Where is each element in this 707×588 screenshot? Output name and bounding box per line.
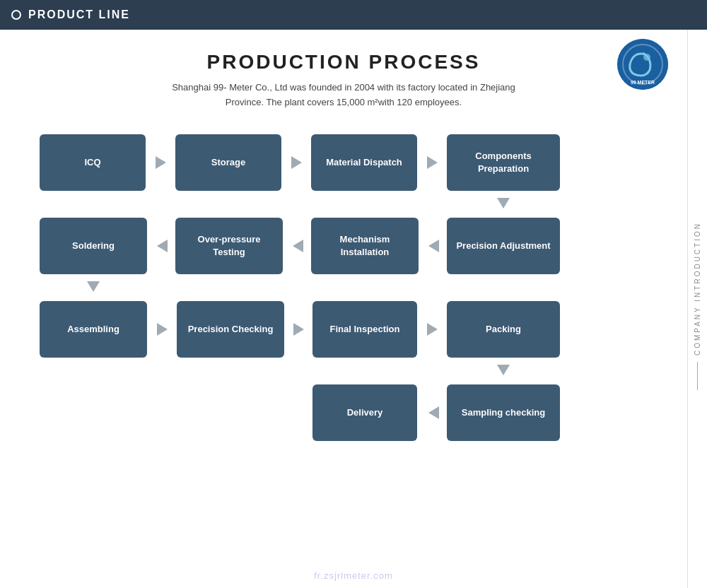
arrow-packing-sampling bbox=[447, 359, 560, 382]
arrow-overpressure-soldering bbox=[148, 218, 175, 274]
page-subtitle: Shanghai 99- Meter Co., Ltd was founded … bbox=[28, 81, 659, 110]
subtitle-line2: Province. The plant covers 15,000 m²with… bbox=[226, 97, 462, 107]
right-sidebar: COMPANY INTRODUCTION bbox=[687, 30, 707, 588]
box-mechanism-installation: Mechanism Installation bbox=[311, 218, 419, 274]
flow-diagram: ICQ Storage Material Dispatch Components… bbox=[33, 127, 655, 523]
arrow-soldering-assembling bbox=[40, 276, 147, 298]
arrow-icq-storage bbox=[147, 134, 174, 191]
box-precision-adjustment: Precision Adjustment bbox=[447, 218, 560, 274]
box-overpressure-testing: Over-pressure Testing bbox=[175, 218, 283, 274]
arrow-mechanism-overpressure bbox=[284, 218, 311, 274]
watermark: fr.zsjrlmeter.com bbox=[314, 570, 393, 581]
arrow-dispatch-components bbox=[419, 134, 445, 191]
header-title: PRODUCT LINE bbox=[28, 8, 130, 21]
arrow-components-to-precision bbox=[447, 192, 560, 215]
arrow-storage-dispatch bbox=[283, 134, 310, 191]
arrow-precisionchecking-finalinspection bbox=[286, 301, 311, 358]
box-assembling: Assembling bbox=[40, 301, 147, 358]
company-logo: 99 METER bbox=[617, 39, 668, 90]
arrow-sampling-delivery bbox=[420, 384, 447, 441]
svg-text:99 METER: 99 METER bbox=[631, 80, 655, 85]
box-soldering: Soldering bbox=[40, 218, 147, 274]
arrow-precision-mechanism bbox=[420, 218, 447, 274]
page-title: PRODUCTION PROCESS bbox=[28, 51, 659, 74]
logo-svg: 99 METER bbox=[617, 39, 668, 90]
box-components-preparation: Components Preparation bbox=[447, 134, 560, 191]
box-packing: Packing bbox=[447, 301, 560, 358]
arrow-assembling-precisionchecking bbox=[148, 301, 175, 358]
subtitle-line1: Shanghai 99- Meter Co., Ltd was founded … bbox=[172, 82, 515, 93]
box-precision-checking: Precision Checking bbox=[177, 301, 284, 358]
box-delivery: Delivery bbox=[312, 384, 417, 441]
box-icq: ICQ bbox=[40, 134, 146, 191]
header-circle-icon bbox=[11, 10, 21, 20]
arrow-finalinspection-packing bbox=[419, 301, 445, 358]
sidebar-label: COMPANY INTRODUCTION bbox=[694, 222, 701, 355]
box-material-dispatch: Material Dispatch bbox=[311, 134, 417, 191]
box-storage: Storage bbox=[175, 134, 281, 191]
box-sampling-checking: Sampling checking bbox=[447, 384, 560, 441]
box-final-inspection: Final Inspection bbox=[312, 301, 417, 358]
main-content: PRODUCTION PROCESS Shanghai 99- Meter Co… bbox=[0, 30, 687, 588]
header-bar: PRODUCT LINE bbox=[0, 0, 707, 30]
svg-point-2 bbox=[643, 54, 650, 61]
sidebar-line-decoration bbox=[697, 362, 698, 390]
